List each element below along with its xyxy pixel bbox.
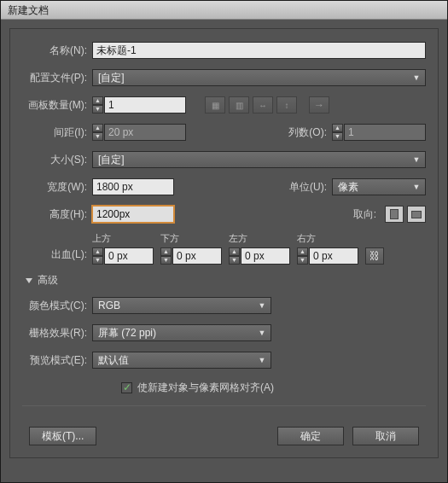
columns-input [344,124,426,141]
spacing-label: 间距(I): [22,125,92,140]
bleed-right-label: 右方 [297,232,316,245]
align-pixel-grid-label: 使新建对象与像素网格对齐(A) [137,381,274,395]
spacing-input [104,124,186,141]
bleed-bottom-stepper[interactable]: ▲▼ [160,247,172,265]
titlebar[interactable]: 新建文档 [1,1,447,20]
disclosure-triangle-icon [26,278,32,283]
height-input[interactable] [92,206,174,223]
cancel-button[interactable]: 取消 [352,427,419,445]
size-value: [自定] [98,153,125,167]
orient-label: 取向: [342,207,381,222]
width-input[interactable] [92,178,174,195]
size-label: 大小(S): [22,153,92,167]
template-button[interactable]: 模板(T)... [29,427,96,445]
profile-select[interactable]: [自定] ▼ [92,69,426,86]
bleed-bottom-input[interactable] [172,247,222,265]
bleed-left-input[interactable] [241,247,290,265]
orientation-portrait-button[interactable] [385,206,404,223]
link-icon: ⛓ [369,250,380,262]
bleed-top-stepper[interactable]: ▲▼ [92,247,103,265]
columns-label: 列数(O): [281,125,332,140]
bleed-top-label: 上方 [92,232,111,245]
align-pixel-grid-checkbox[interactable]: ✓ [121,382,132,393]
colormode-value: RGB [98,300,120,311]
main-panel: 名称(N): 配置文件(P): [自定] ▼ 画板数量(M): ▲▼ ▦ ▥ ↔… [9,28,439,458]
chevron-down-icon: ▼ [255,356,269,364]
artboards-input[interactable] [104,96,186,113]
profile-label: 配置文件(P): [22,71,92,85]
window-title: 新建文档 [8,4,49,16]
raster-label: 栅格效果(R): [22,326,92,340]
raster-select[interactable]: 屏幕 (72 ppi) ▼ [92,324,271,341]
width-label: 宽度(W): [22,180,92,195]
advanced-label: 高级 [38,273,58,288]
chevron-down-icon: ▼ [410,73,423,82]
profile-value: [自定] [98,71,125,85]
bleed-right-input[interactable] [309,247,358,265]
divider [22,405,426,406]
size-select[interactable]: [自定] ▼ [92,151,426,168]
units-select[interactable]: 像素 ▼ [332,178,426,195]
arrange-col-button[interactable]: ↕ [276,96,297,113]
name-label: 名称(N): [22,44,92,58]
name-input[interactable] [92,42,426,59]
orientation-landscape-button[interactable] [407,206,426,223]
artboards-stepper[interactable]: ▲▼ [92,96,103,113]
colormode-label: 颜色模式(C): [22,299,92,313]
artboards-label: 画板数量(M): [22,98,92,113]
preview-label: 预览模式(E): [22,353,92,368]
bleed-link-button[interactable]: ⛓ [365,247,384,265]
grid-by-col-button[interactable]: ▥ [229,96,249,113]
bleed-right-stepper[interactable]: ▲▼ [297,247,308,265]
chevron-down-icon: ▼ [410,155,423,164]
advanced-section-toggle[interactable]: 高级 [26,273,426,288]
bleed-left-label: 左方 [229,232,247,245]
chevron-down-icon: ▼ [255,329,269,337]
chevron-down-icon: ▼ [255,301,269,310]
bleed-left-stepper[interactable]: ▲▼ [229,247,240,265]
raster-value: 屏幕 (72 ppi) [98,326,156,340]
spacing-stepper: ▲▼ [92,124,103,141]
arrange-row-button[interactable]: ↔ [253,96,273,113]
columns-stepper: ▲▼ [332,124,343,141]
preview-value: 默认值 [98,353,129,368]
ok-button[interactable]: 确定 [277,427,344,445]
height-label: 高度(H): [22,207,92,222]
arrow-right-icon: → [314,99,324,111]
colormode-select[interactable]: RGB ▼ [92,297,271,314]
arrange-right-button[interactable]: → [309,96,329,113]
grid-by-row-button[interactable]: ▦ [205,96,225,113]
bleed-bottom-label: 下方 [160,232,179,245]
preview-select[interactable]: 默认值 ▼ [92,352,271,369]
chevron-down-icon: ▼ [410,183,423,191]
bleed-label: 出血(L): [22,247,92,265]
bleed-top-input[interactable] [104,247,154,265]
check-icon: ✓ [123,383,131,393]
new-document-dialog: 新建文档 名称(N): 配置文件(P): [自定] ▼ 画板数量(M): ▲▼ … [0,0,448,483]
units-label: 单位(U): [281,180,332,195]
units-value: 像素 [338,180,358,195]
